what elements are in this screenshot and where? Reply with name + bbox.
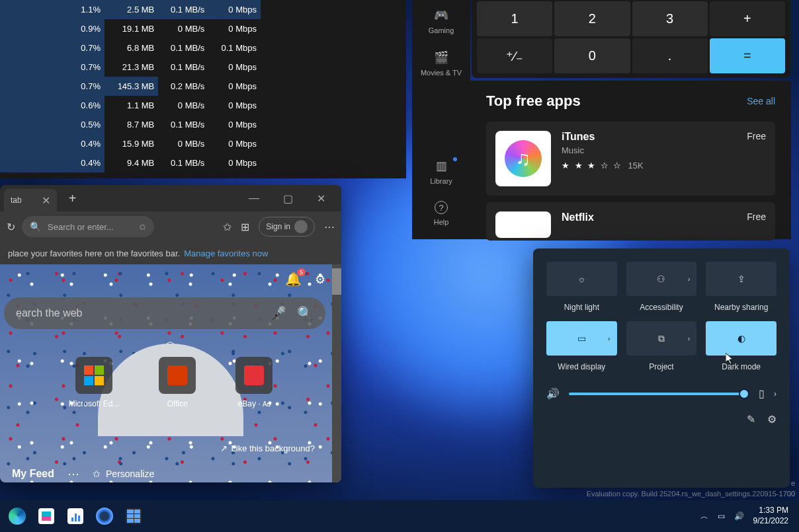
feed-more-icon[interactable]: ⋯: [67, 467, 79, 481]
sidebar-gaming[interactable]: 🎮 Gaming: [412, 0, 470, 42]
volume-row: 🔊 ▯ ›: [546, 387, 777, 400]
calc-0[interactable]: 0: [554, 38, 630, 73]
volume-slider[interactable]: [569, 393, 749, 395]
notifications-icon[interactable]: 🔔5: [285, 271, 302, 287]
maximize-button[interactable]: ▢: [278, 190, 298, 208]
quick-link-edge[interactable]: Microsoft Ed...: [69, 357, 120, 408]
calc-negate[interactable]: ⁺∕₋: [477, 38, 552, 73]
calc-2[interactable]: 2: [554, 1, 630, 36]
chevron-right-icon[interactable]: ›: [774, 389, 777, 399]
calc-equals[interactable]: =: [710, 38, 785, 73]
collections-icon[interactable]: ⊞: [241, 221, 249, 233]
star-icon: ✩: [93, 469, 101, 479]
calc-1[interactable]: 1: [477, 1, 552, 36]
system-tray: ︿ ▭ 🔊 1:33 PM 9/21/2022: [700, 506, 795, 526]
personalize-button[interactable]: ✩ Personalize: [93, 469, 154, 479]
accessibility-toggle[interactable]: ⚇›: [626, 262, 697, 296]
table-row[interactable]: 0.6%1.1 MB0 MB/s0 Mbps: [0, 96, 406, 115]
site-settings-icon[interactable]: ✩: [139, 222, 146, 232]
gamepad-icon: 🎮: [434, 8, 448, 22]
taskbar-settings[interactable]: [91, 503, 118, 529]
dark-mode-icon: ◐: [737, 333, 745, 344]
quick-link-office[interactable]: Office: [159, 357, 196, 408]
dark-mode-toggle[interactable]: ◐: [706, 321, 777, 356]
carousel-up-icon[interactable]: ︿: [166, 336, 175, 348]
see-all-link[interactable]: See all: [747, 96, 775, 106]
project-toggle[interactable]: ⧉›: [626, 321, 697, 356]
mouse-cursor-icon: [726, 353, 735, 365]
netflix-icon: [495, 211, 551, 238]
calc-plus[interactable]: +: [710, 1, 785, 36]
rating-stars: ★ ★ ★ ☆ ☆: [562, 161, 622, 171]
calc-3[interactable]: 3: [632, 1, 708, 36]
task-manager-window: 1.1%2.5 MB0.1 MB/s0 Mbps0.9%19.1 MB0 MB/…: [0, 0, 406, 178]
tab-title: tab: [11, 196, 22, 205]
table-row[interactable]: 0.7%21.3 MB0.1 MB/s0 Mbps: [0, 57, 406, 77]
update-dot-icon: [453, 157, 457, 161]
project-icon: ⧉: [658, 333, 665, 344]
table-row[interactable]: 1.1%2.5 MB0.1 MB/s0 Mbps: [0, 0, 406, 19]
minimize-button[interactable]: —: [243, 190, 265, 208]
chevron-right-icon[interactable]: ›: [608, 334, 610, 342]
search-submit-icon[interactable]: 🔍: [297, 305, 314, 321]
calculator-window: 1 2 3 + ⁺∕₋ 0 . =: [472, 0, 790, 78]
taskbar-clock[interactable]: 1:33 PM 9/21/2022: [753, 506, 788, 526]
tray-display-icon[interactable]: ▭: [718, 512, 725, 521]
calc-decimal[interactable]: .: [632, 38, 708, 73]
avatar-icon: [294, 220, 308, 233]
speaker-icon[interactable]: 🔊: [546, 387, 560, 400]
store-sidebar: 🎮 Gaming 🎬 Movies & TV ▥ Library ? Help: [412, 0, 470, 239]
nearby-sharing-toggle[interactable]: ⇪: [706, 262, 777, 296]
taskbar: ︿ ▭ 🔊 1:33 PM 9/21/2022: [0, 500, 799, 532]
like-background-link[interactable]: ↗Like this background?: [220, 443, 315, 453]
address-bar[interactable]: 🔍 Search or enter... ✩: [22, 216, 154, 237]
night-light-toggle[interactable]: ☼: [546, 262, 617, 296]
share-icon: ⇪: [737, 274, 745, 284]
scrollbar[interactable]: [332, 264, 341, 482]
app-card-itunes[interactable]: iTunes Music ★ ★ ★ ☆ ☆ 15K Free: [486, 122, 775, 196]
table-row[interactable]: 0.7%6.8 MB0.1 MB/s0.1 Mbps: [0, 38, 406, 57]
audio-device-icon[interactable]: ▯: [759, 387, 765, 400]
sidebar-library[interactable]: ▥ Library: [412, 151, 470, 193]
edge-browser-window: tab ✕ + — ▢ ✕ ↻ 🔍 Search or enter... ✩ ✩…: [0, 185, 341, 482]
favorites-icon[interactable]: ✩: [223, 221, 231, 233]
table-row[interactable]: 0.7%145.3 MB0.2 MB/s0 Mbps: [0, 77, 406, 96]
table-row[interactable]: 0.9%19.1 MB0 MB/s0 Mbps: [0, 19, 406, 38]
sign-in-button[interactable]: Sign in: [259, 217, 315, 237]
table-row[interactable]: 0.4%15.9 MB0 MB/s0 Mbps: [0, 134, 406, 153]
table-row[interactable]: 0.4%9.4 MB0.1 MB/s0 Mbps: [0, 153, 406, 172]
wired-display-toggle[interactable]: ▭›: [546, 321, 617, 356]
edit-quick-settings-icon[interactable]: ✎: [747, 413, 755, 426]
sidebar-movies[interactable]: 🎬 Movies & TV: [412, 42, 470, 85]
store-window: Top free apps See all iTunes Music ★ ★ ★…: [470, 81, 791, 239]
more-icon[interactable]: ⋯: [324, 221, 335, 233]
voice-search-icon[interactable]: 🎤: [270, 305, 286, 321]
itunes-icon: [495, 131, 551, 186]
sidebar-help[interactable]: ? Help: [412, 193, 470, 234]
taskbar-calculator[interactable]: [120, 503, 147, 529]
taskbar-store[interactable]: [33, 503, 60, 529]
settings-icon[interactable]: ⚙: [767, 413, 777, 426]
my-feed-heading[interactable]: My Feed: [12, 468, 54, 480]
page-settings-icon[interactable]: ⚙: [315, 272, 325, 287]
tray-volume-icon[interactable]: 🔊: [734, 512, 744, 521]
tray-overflow-icon[interactable]: ︿: [700, 511, 708, 522]
web-search-box[interactable]: earch the web 🎤 🔍: [4, 297, 325, 329]
app-card-netflix[interactable]: Netflix Free: [486, 202, 775, 241]
taskbar-taskmanager[interactable]: [62, 503, 89, 529]
close-tab-icon[interactable]: ✕: [42, 194, 50, 207]
new-tab-button[interactable]: +: [63, 188, 82, 209]
refresh-icon[interactable]: ↻: [7, 221, 15, 233]
manage-favorites-link[interactable]: Manage favorites now: [184, 248, 268, 258]
browser-tab[interactable]: tab ✕: [4, 189, 57, 211]
favorites-bar: place your favorites here on the favorit…: [0, 242, 341, 264]
top-free-apps-heading: Top free apps: [486, 93, 581, 110]
close-button[interactable]: ✕: [312, 190, 331, 208]
clapboard-icon: 🎬: [434, 50, 448, 65]
chevron-right-icon[interactable]: ›: [688, 334, 691, 342]
quick-link-ebay[interactable]: eBay · Ad: [235, 357, 273, 408]
browser-content: 🔔5 ⚙ earch the web 🎤 🔍 ︿ Microsoft Ed...…: [0, 264, 341, 482]
table-row[interactable]: 0.5%8.7 MB0.1 MB/s0 Mbps: [0, 115, 406, 134]
taskbar-edge[interactable]: [4, 503, 30, 529]
chevron-right-icon[interactable]: ›: [688, 275, 691, 283]
